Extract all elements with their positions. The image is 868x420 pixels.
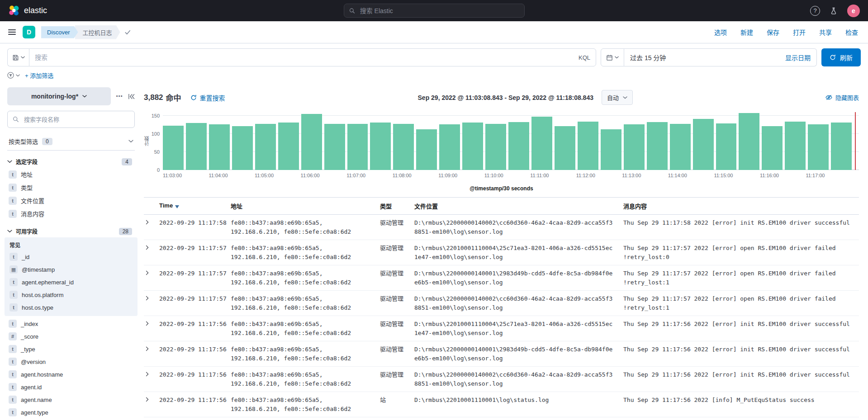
new-button[interactable]: 新建 [740,28,753,37]
histogram-bar[interactable] [209,124,230,170]
histogram-bar[interactable] [831,123,852,170]
column-header-message[interactable]: 消息内容 [620,198,859,215]
field-item[interactable]: t地址 [7,168,135,181]
saved-query-button[interactable] [7,48,29,66]
histogram-bar[interactable] [462,123,483,170]
breadcrumb-saved-search[interactable]: 工控机日志 [75,25,120,39]
lab-flask-icon[interactable] [830,7,837,14]
query-input[interactable] [29,48,596,66]
field-name: 文件位置 [21,196,44,205]
histogram-bar[interactable] [601,129,621,170]
field-item[interactable]: thost.os.platform [8,288,134,301]
add-filter-link[interactable]: + 添加筛选 [25,71,53,80]
field-search-input[interactable] [23,116,129,123]
field-item[interactable]: t_type [7,343,135,355]
histogram-bar[interactable] [186,123,207,170]
histogram-bar[interactable] [393,124,414,170]
share-button[interactable]: 共享 [819,28,832,37]
histogram-bar[interactable] [347,124,368,170]
save-button[interactable]: 保存 [767,28,779,37]
histogram-bar[interactable] [324,124,345,170]
histogram-bar[interactable] [301,114,322,170]
refresh-button[interactable]: 刷新 [821,48,861,66]
field-item[interactable]: tagent.hostname [7,368,135,381]
interval-select[interactable]: 自动 [602,90,633,105]
global-search-input[interactable] [359,7,519,15]
column-header-type[interactable]: 类型 [376,198,411,215]
collapse-sidebar-icon[interactable] [128,93,135,100]
time-range-value[interactable]: 过去 15 分钟 [630,53,666,62]
hide-chart-link[interactable]: 隐藏图表 [825,93,859,102]
field-item[interactable]: tagent.type [7,406,135,419]
available-fields-header[interactable]: 可用字段 28 [7,227,135,235]
elastic-logo[interactable]: elastic [8,5,47,17]
expand-row-button[interactable] [145,245,150,250]
selected-fields-header[interactable]: 选定字段 4 [7,158,135,165]
histogram-bar[interactable] [624,124,645,170]
inspect-button[interactable]: 检查 [845,28,858,37]
histogram-bar[interactable] [531,117,552,170]
field-item[interactable]: tagent.id [7,381,135,393]
column-header-time[interactable]: Time [156,198,227,215]
field-item[interactable]: t文件位置 [7,194,135,207]
field-item[interactable]: t@version [7,355,135,368]
calendar-button[interactable] [601,48,624,66]
column-header-file[interactable]: 文件位置 [411,198,620,215]
histogram-bar[interactable] [255,124,276,170]
histogram-bar[interactable] [485,124,506,170]
histogram-bar[interactable] [578,122,598,170]
text-field-icon: t [9,197,17,205]
histogram-bar[interactable] [670,124,691,170]
histogram-bar[interactable] [163,126,184,170]
expand-row-button[interactable] [145,372,150,377]
sort-desc-icon[interactable] [175,203,179,210]
index-pattern-selector[interactable]: monitoring-log* [7,87,111,105]
menu-icon[interactable] [7,28,17,37]
histogram-bar[interactable] [555,126,575,170]
histogram-bar[interactable] [370,123,391,170]
column-header-address[interactable]: 地址 [227,198,376,215]
expand-row-button[interactable] [145,346,150,351]
open-button[interactable]: 打开 [793,28,806,37]
field-item[interactable]: t类型 [7,181,135,194]
global-search[interactable] [344,4,525,18]
breadcrumb-discover[interactable]: Discover [41,26,78,38]
filter-by-type[interactable]: 按类型筛选 0 [7,132,135,151]
field-search [7,111,135,128]
avatar[interactable]: e [847,5,860,17]
options-button[interactable]: 选项 [714,28,727,37]
field-item[interactable]: tagent.name [7,393,135,406]
filter-menu-button[interactable] [7,72,20,79]
histogram-bar[interactable] [647,122,668,170]
expand-row-button[interactable] [145,296,150,301]
histogram-bar[interactable] [762,126,783,170]
histogram-bar[interactable] [416,129,437,170]
kql-language-toggle[interactable]: KQL [579,54,590,61]
expand-row-button[interactable] [145,397,150,402]
histogram-bar[interactable] [693,119,714,170]
field-item[interactable]: ▦@timestamp [8,263,134,276]
help-icon[interactable]: ? [810,6,820,16]
histogram-bar[interactable] [232,126,253,170]
index-options-icon[interactable]: ⋯ [116,92,123,100]
histogram-bar[interactable] [716,123,737,170]
message-cell: Thu Sep 29 11:17:56 2022 [error] init RS… [620,367,859,392]
histogram-bar[interactable] [508,122,529,170]
field-item[interactable]: t消息内容 [7,207,135,220]
histogram-bar[interactable] [808,124,829,170]
show-dates-link[interactable]: 显示日期 [785,53,811,62]
histogram-bar[interactable] [785,122,806,170]
field-name: 类型 [21,183,33,192]
field-item[interactable]: t_id [8,250,134,263]
expand-row-button[interactable] [145,321,150,326]
reset-search-link[interactable]: 重置搜索 [190,93,225,102]
expand-row-button[interactable] [145,270,150,275]
field-item[interactable]: tagent.ephemeral_id [8,276,134,288]
histogram-bar[interactable] [278,123,299,170]
field-item[interactable]: #_score [7,330,135,343]
expand-row-button[interactable] [145,220,150,225]
histogram-bar[interactable] [739,113,759,170]
field-item[interactable]: thost.os.type [8,301,134,314]
field-item[interactable]: t_index [7,317,135,330]
histogram-bar[interactable] [439,124,460,170]
